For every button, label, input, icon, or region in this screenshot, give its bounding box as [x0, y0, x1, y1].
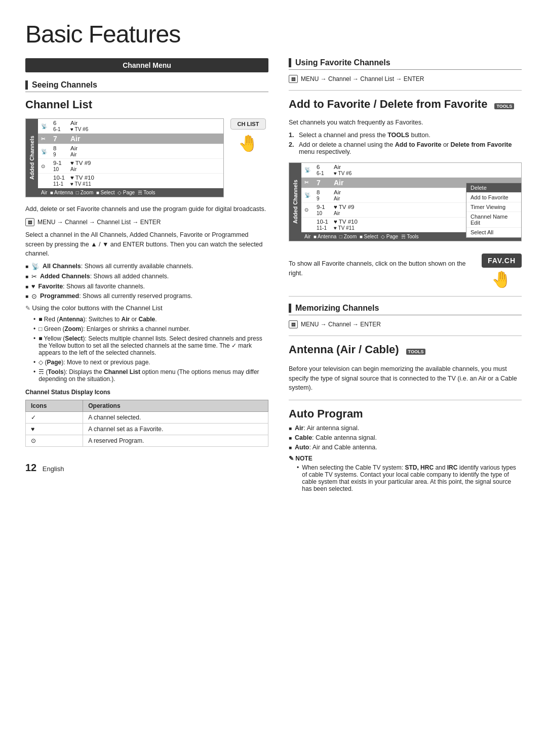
section-bar: [25, 80, 28, 90]
sub-list-item-red: ■ Red (Antenna): Switches to Air or Cabl…: [33, 316, 268, 323]
divider: [289, 296, 522, 297]
context-menu-item-delete[interactable]: Delete: [466, 183, 521, 193]
remote-hand: CH LIST 🤚: [228, 118, 268, 197]
fav-show-text: To show all Favorite channels, click on …: [289, 259, 474, 278]
table-row: ♥ A channel set as a Favorite.: [26, 424, 268, 435]
section-bar: [289, 304, 291, 313]
table-cell-icon: ⊙: [26, 435, 83, 447]
table-cell-icon: ✓: [26, 412, 83, 424]
table-row: ⊙ A reserved Program.: [26, 435, 268, 447]
context-menu: Delete Add to Favorite Timer Viewing Cha…: [466, 183, 522, 238]
select-channel-text: Select a channel in the All Channels, Ad…: [25, 230, 268, 259]
channel-row: 📡 89 AirAir: [38, 144, 223, 159]
added-channels-icon: ✂: [31, 273, 37, 280]
left-column: Channel Menu Seeing Channels Channel Lis…: [25, 58, 268, 496]
channel-menu-bar: Channel Menu: [25, 58, 268, 72]
seeing-channels-title: Seeing Channels: [32, 80, 97, 90]
table-cell-op: A channel set as a Favorite.: [83, 424, 268, 435]
sub-list-item-yellow: ■ Yellow (Select): Selects multiple chan…: [33, 335, 268, 356]
right-column: Using Favorite Channels ▤ MENU → Channel…: [289, 58, 522, 496]
list-item-added-channels: ✂ Added Channels: Shows all added channe…: [25, 273, 268, 280]
table-header-operations: Operations: [83, 400, 268, 412]
note-text: Using the color buttons with the Channel…: [32, 304, 162, 312]
programmed-icon: ⊙: [31, 292, 37, 300]
menu-path-channel-list: ▤ MENU → Channel → Channel List → ENTER: [25, 218, 268, 226]
divider: [289, 90, 522, 91]
channel-row: 📡 66-1 Air♥ TV #6: [301, 163, 521, 178]
channel-row: ⊙ 9-110 ♥ TV #9Air: [38, 159, 223, 174]
step-2: 2. Add or delete a channel using the Add…: [289, 141, 522, 155]
page-title: Basic Features: [25, 20, 522, 48]
seeing-channels-header: Seeing Channels: [25, 80, 268, 92]
table-row: ✓ A channel selected.: [26, 412, 268, 424]
list-item-all-channels: 📡 All Channels: Shows all currently avai…: [25, 263, 268, 270]
table-cell-icon: ♥: [26, 424, 83, 435]
sub-list-item-green: □ Green (Zoom): Enlarges or shrinks a ch…: [33, 325, 268, 332]
all-channels-icon: 📡: [31, 263, 40, 270]
note-icon: ✎: [25, 305, 32, 312]
channel-list-desc: Add, delete or set Favorite channels and…: [25, 204, 268, 214]
tools-badge: TOOLS: [494, 103, 514, 109]
hand-icon: 🤚: [238, 134, 258, 153]
context-menu-item-name-edit[interactable]: Channel Name Edit: [466, 212, 521, 228]
status-table-title: Channel Status Display Icons: [25, 389, 268, 396]
list-item-favorite: ♥ Favorite: Shows all favorite channels.: [25, 283, 268, 290]
context-menu-item-select-all[interactable]: Select All: [466, 228, 521, 237]
antenna-title: Antenna (Air / Cable): [289, 343, 399, 356]
using-favorite-path: ▤ MENU → Channel → Channel List → ENTER: [289, 75, 522, 83]
menu-icon: ▤: [289, 320, 298, 328]
memorizing-channels-header: Memorizing Channels: [289, 304, 522, 315]
status-table: Icons Operations ✓ A channel selected. ♥…: [25, 400, 268, 447]
page-number: 12 English: [25, 462, 268, 474]
ch-list-button: CH LIST: [230, 118, 266, 130]
channel-screen: Added Channels 📡 66-1 Air♥ TV #6 ✂ 7 Ai: [25, 118, 224, 197]
fav-show-area: To show all Favorite channels, click on …: [289, 248, 522, 289]
auto-program-title: Auto Program: [289, 407, 522, 421]
using-favorite-header: Using Favorite Channels: [289, 58, 522, 70]
table-header-icons: Icons: [26, 400, 83, 412]
auto-program-note: ✎ NOTE When selecting the Cable TV syste…: [289, 455, 522, 492]
screen-sidebar-label: Added Channels: [26, 119, 38, 197]
favorite-icon: ♥: [31, 283, 35, 290]
table-cell-op: A reserved Program.: [83, 435, 268, 447]
fav-screen-sidebar: Added Channels: [289, 163, 301, 241]
sub-list-item-tools: ☴ (Tools): Displays the Channel List opt…: [33, 368, 268, 383]
divider: [289, 400, 522, 400]
screen-content: 📡 66-1 Air♥ TV #6 ✂ 7 Air 📡: [38, 119, 223, 197]
antenna-tools-badge: TOOLS: [406, 349, 426, 355]
table-cell-op: A channel selected.: [83, 412, 268, 424]
note-list: When selecting the Cable TV system: STD,…: [297, 464, 522, 492]
color-buttons-list: ■ Red (Antenna): Switches to Air or Cabl…: [33, 316, 268, 383]
divider: [289, 335, 522, 336]
list-item-cable: Cable: Cable antenna signal.: [289, 434, 522, 441]
color-buttons-note: ✎ Using the color buttons with the Chann…: [25, 304, 268, 312]
list-item-auto: Auto: Air and Cable antenna.: [289, 444, 522, 451]
fav-btn-area: FAV.CH 🤚: [482, 248, 522, 289]
fav-ch-button: FAV.CH: [482, 254, 522, 268]
channel-list-area: Added Channels 📡 66-1 Air♥ TV #6 ✂ 7 Ai: [25, 118, 268, 197]
menu-icon: ▤: [289, 75, 298, 83]
add-fav-intro: Set channels you watch frequently as Fav…: [289, 118, 522, 128]
memorizing-channels-title: Memorizing Channels: [295, 304, 379, 313]
add-fav-steps: 1. Select a channel and press the TOOLS …: [289, 132, 522, 155]
screen-footer: Air ■ Antenna □ Zoom ■ Select ◇ Page ☴ T…: [38, 188, 223, 197]
add-fav-title: Add to Favorite / Delete from Favorite: [289, 98, 487, 111]
context-menu-item-timer[interactable]: Timer Viewing: [466, 202, 521, 212]
memorizing-path: ▤ MENU → Channel → ENTER: [289, 320, 522, 328]
channel-row: 📡 66-1 Air♥ TV #6: [38, 119, 223, 134]
step-1: 1. Select a channel and press the TOOLS …: [289, 132, 522, 139]
note-label: ✎ NOTE: [289, 455, 522, 462]
section-bar: [289, 58, 291, 67]
menu-icon: ▤: [25, 218, 34, 226]
context-menu-item-add-fav[interactable]: Add to Favorite: [466, 193, 521, 202]
sub-list-item-page: ◇ (Page): Move to next or previous page.: [33, 359, 268, 366]
list-item-air: Air: Air antenna signal.: [289, 425, 522, 432]
antenna-desc: Before your television can begin memoriz…: [289, 364, 522, 393]
fav-screen-area: Added Channels 📡 66-1 Air♥ TV #6 ✂ 7 Air: [289, 162, 522, 241]
channel-row-highlighted: ✂ 7 Air: [38, 134, 223, 144]
auto-program-list: Air: Air antenna signal. Cable: Cable an…: [289, 425, 522, 451]
fav-hand-icon: 🤚: [491, 270, 512, 289]
using-favorite-title: Using Favorite Channels: [295, 58, 390, 67]
note-list-item: When selecting the Cable TV system: STD,…: [297, 464, 522, 492]
channel-list-title: Channel List: [25, 98, 268, 111]
